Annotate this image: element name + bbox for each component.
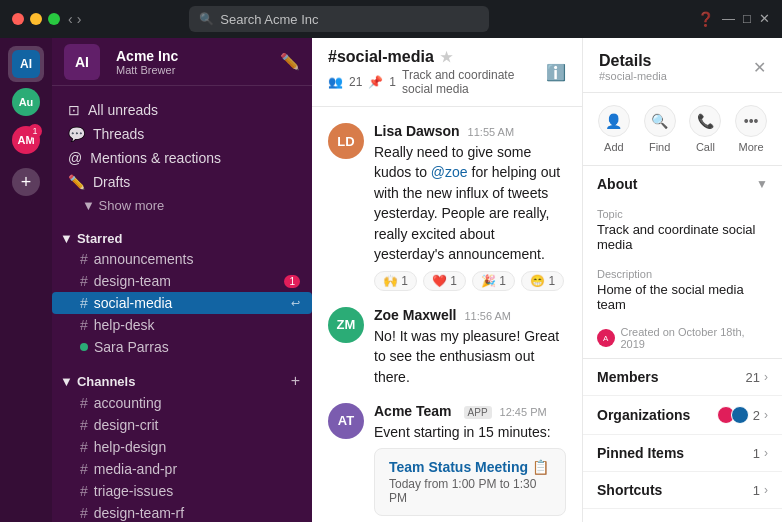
info-icon[interactable]: ℹ️ [546,63,566,82]
starred-arrow: ▼ [60,231,73,246]
channel-accounting[interactable]: # accounting [52,392,312,414]
channel-triage-issues[interactable]: # triage-issues [52,480,312,502]
messages-list: LD Lisa Dawson 11:55 AM Really need to g… [312,107,582,522]
topic-field: Topic Track and coordinate social media [583,202,782,262]
details-close-button[interactable]: ✕ [753,58,766,77]
workspace-icon-au[interactable]: Au [8,84,44,120]
details-find-action[interactable]: 🔍 Find [644,105,676,153]
search-bar[interactable]: 🔍 Search Acme Inc [189,6,489,32]
channel-design-team-rf[interactable]: # design-team-rf [52,502,312,522]
help-icon[interactable]: ❓ [697,11,714,27]
app-layout: AI Au AM 1 + AI Acme Inc Matt Brewer [0,38,782,522]
channels-label[interactable]: ▼ Channels [60,374,291,389]
close-button[interactable]: ✕ [759,11,770,27]
channel-announcements[interactable]: # announcements [52,248,312,270]
about-section-header[interactable]: About ▼ [583,166,782,202]
channel-design-team[interactable]: # design-team 1 [52,270,312,292]
details-more-action[interactable]: ••• More [735,105,767,153]
msg-header-acme: Acme Team APP 12:45 PM [374,403,566,419]
msg-time: 11:55 AM [468,126,514,138]
workspace-icon-am[interactable]: AM 1 [8,122,44,158]
starred-title: Starred [77,231,123,246]
nav-drafts[interactable]: ✏️ Drafts [52,170,312,194]
channel-title-text: #social-media [328,48,434,66]
find-icon: 🔍 [644,105,676,137]
hash-icon: # [80,439,88,455]
channel-design-crit[interactable]: # design-crit [52,414,312,436]
members-row[interactable]: Members 21 › [583,359,782,396]
hash-icon: # [80,317,88,333]
channel-name: design-team [94,273,171,289]
shortcuts-row[interactable]: Shortcuts 1 › [583,472,782,509]
mentions-icon: @ [68,150,82,166]
channel-name: accounting [94,395,162,411]
pinned-right: 1 › [753,446,768,461]
traffic-lights [12,13,60,25]
hash-icon: # [80,483,88,499]
channel-name: triage-issues [94,483,173,499]
dm-sara-parras[interactable]: Sara Parras [52,336,312,358]
details-add-action[interactable]: 👤 Add [598,105,630,153]
msg-header-zoe: Zoe Maxwell 11:56 AM [374,307,566,323]
channel-badge: 1 [284,275,300,288]
back-arrow[interactable]: ‹ [68,11,73,27]
workspace-name: Acme Inc [116,48,280,64]
maximize-button[interactable]: □ [743,11,751,27]
add-channel-button[interactable]: + [291,372,300,390]
reaction-btn[interactable]: 🙌 1 [374,271,417,291]
channel-media-pr[interactable]: # media-and-pr [52,458,312,480]
minimize-button[interactable]: — [722,11,735,27]
organizations-row[interactable]: Organizations 2 › [583,396,782,435]
reaction-btn[interactable]: 🎉 1 [472,271,515,291]
star-icon[interactable]: ★ [440,49,453,65]
add-workspace-button[interactable]: + [12,168,40,196]
workspace-icon-ai[interactable]: AI [8,46,44,82]
channel-social-media[interactable]: # social-media ↩ [52,292,312,314]
close-traffic[interactable] [12,13,24,25]
chevron-right-icon: › [764,483,768,497]
reaction-btn[interactable]: 😁 1 [521,271,564,291]
organizations-right: 2 › [721,406,768,424]
msg-content-lisa: Lisa Dawson 11:55 AM Really need to give… [374,123,566,291]
channel-name: media-and-pr [94,461,177,477]
hash-icon: # [80,461,88,477]
channel-help-desk[interactable]: # help-desk [52,314,312,336]
compose-icon[interactable]: ✏️ [280,52,300,71]
workspace-logo: AI [64,44,100,80]
pinned-row[interactable]: Pinned Items 1 › [583,435,782,472]
channel-shortcut-icon: ↩ [291,297,300,310]
channel-name: social-media [94,295,173,311]
about-title: About [597,176,637,192]
show-more-label: Show more [99,198,165,213]
reaction-btn[interactable]: ❤️ 1 [423,271,466,291]
starred-label[interactable]: ▼ Starred [60,231,300,246]
channels-section: ▼ Channels + # accounting # design-crit [52,362,312,522]
nav-threads[interactable]: 💬 Threads [52,122,312,146]
call-label: Call [696,141,715,153]
msg-content-acme: Acme Team APP 12:45 PM Event starting in… [374,403,566,516]
hash-icon: # [80,417,88,433]
details-call-action[interactable]: 📞 Call [689,105,721,153]
show-more-button[interactable]: ▼ Show more [52,194,312,217]
msg-time: 11:56 AM [464,310,510,322]
nav-mentions[interactable]: @ Mentions & reactions [52,146,312,170]
forward-arrow[interactable]: › [77,11,82,27]
mention-link[interactable]: @zoe [431,164,468,180]
channel-subtitle: 👥 21 📌 1 Track and coordinate social med… [328,68,546,96]
meeting-title: Team Status Meeting 📋 [389,459,551,475]
msg-time: 12:45 PM [500,406,547,418]
chat-header: #social-media ★ 👥 21 📌 1 Track and coord… [312,38,582,107]
maximize-traffic[interactable] [48,13,60,25]
organizations-count: 2 [753,408,760,423]
channel-help-design[interactable]: # help-design [52,436,312,458]
hash-icon: # [80,295,88,311]
member-icon: 👥 [328,75,343,89]
dm-name: Sara Parras [94,339,169,355]
created-by: A Created on October 18th, 2019 [583,322,782,358]
nav-all-unreads[interactable]: ⊡ All unreads [52,98,312,122]
pinned-label: Pinned Items [597,445,684,461]
add-person-icon: 👤 [598,105,630,137]
minimize-traffic[interactable] [30,13,42,25]
shortcuts-count: 1 [753,483,760,498]
icon-column: AI Au AM 1 + [0,38,52,522]
